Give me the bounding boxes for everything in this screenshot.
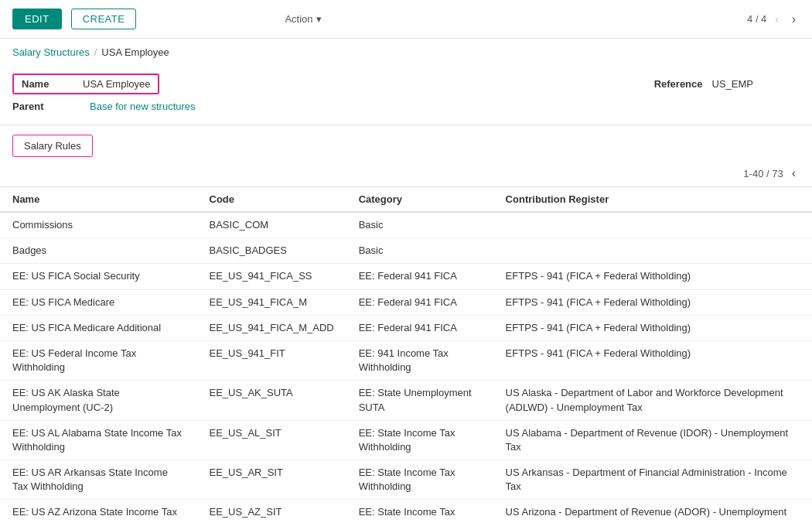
- breadcrumb-parent-link[interactable]: Salary Structures: [12, 46, 90, 58]
- next-record-button[interactable]: ›: [788, 11, 800, 28]
- action-dropdown[interactable]: Action ▾: [285, 13, 321, 25]
- breadcrumb: Salary Structures / USA Employee: [0, 39, 812, 61]
- cell-name: EE: US FICA Medicare: [0, 289, 197, 315]
- table-row[interactable]: EE: US FICA MedicareEE_US_941_FICA_MEE: …: [0, 289, 812, 315]
- cell-contribution_register: [493, 212, 812, 238]
- tabs-section: Salary Rules: [0, 125, 812, 157]
- parent-label: Parent: [12, 101, 90, 112]
- cell-code: EE_US_941_FIT: [197, 340, 346, 380]
- cell-code: EE_US_AZ_SIT: [197, 500, 346, 523]
- cell-name: EE: US FICA Social Security: [0, 264, 197, 289]
- cell-category: EE: State Unemployment SUTA: [346, 381, 493, 420]
- table-row[interactable]: EE: US Federal Income Tax WithholdingEE_…: [0, 340, 812, 380]
- edit-button[interactable]: EDIT: [12, 9, 62, 29]
- salary-rules-table: Name Code Category Contribution Register…: [0, 187, 812, 523]
- cell-name: EE: US Federal Income Tax Withholding: [0, 340, 197, 380]
- cell-code: EE_US_941_FICA_SS: [197, 264, 346, 289]
- cell-category: EE: State Income Tax Withholding: [346, 500, 493, 523]
- table-row[interactable]: BadgesBASIC_BADGESBasic: [0, 238, 812, 264]
- parent-value[interactable]: Base for new structures: [90, 101, 196, 112]
- cell-contribution_register: US Arkansas - Department of Financial Ad…: [493, 460, 812, 500]
- table-pagination-header: 1-40 / 73 ‹: [0, 157, 812, 187]
- cell-category: EE: State Income Tax Withholding: [346, 420, 493, 460]
- cell-category: Basic: [346, 212, 493, 238]
- cell-contribution_register: EFTPS - 941 (FICA + Federal Witholding): [493, 264, 812, 289]
- cell-contribution_register: US Alabama - Department of Revenue (IDOR…: [493, 420, 812, 460]
- cell-contribution_register: US Arizona - Department of Revenue (ADOR…: [493, 500, 812, 523]
- prev-record-button[interactable]: ‹: [771, 11, 783, 28]
- name-row: Name USA Employee Reference US_EMP: [12, 73, 800, 94]
- cell-name: EE: US AZ Arizona State Income Tax Withh…: [0, 500, 197, 523]
- cell-name: EE: US AR Arkansas State Income Tax With…: [0, 460, 197, 500]
- parent-row: Parent Base for new structures: [12, 101, 800, 112]
- reference-label: Reference: [654, 78, 703, 90]
- cell-contribution_register: [493, 238, 812, 264]
- reference-group: Reference US_EMP: [654, 78, 800, 90]
- table-row[interactable]: EE: US AL Alabama State Income Tax Withh…: [0, 420, 812, 460]
- table-pagination: 1-40 / 73 ‹: [743, 165, 800, 182]
- cell-category: EE: 941 Income Tax Withholding: [346, 340, 493, 380]
- cell-name: EE: US FICA Medicare Additional: [0, 315, 197, 340]
- cell-code: EE_US_AK_SUTA: [197, 381, 346, 420]
- reference-value: US_EMP: [712, 78, 753, 90]
- col-name-header: Name: [0, 187, 197, 212]
- action-label: Action: [285, 13, 312, 25]
- cell-category: EE: Federal 941 FICA: [346, 289, 493, 315]
- table-header: Name Code Category Contribution Register: [0, 187, 812, 212]
- cell-code: BASIC_BADGES: [197, 238, 346, 264]
- table-row[interactable]: CommissionsBASIC_COMBasic: [0, 212, 812, 238]
- cell-code: EE_US_AR_SIT: [197, 460, 346, 500]
- cell-code: EE_US_941_FICA_M_ADD: [197, 315, 346, 340]
- cell-category: EE: Federal 941 FICA: [346, 264, 493, 289]
- cell-contribution_register: EFTPS - 941 (FICA + Federal Witholding): [493, 289, 812, 315]
- cell-name: Commissions: [0, 212, 197, 238]
- top-toolbar: EDIT CREATE Action ▾ 4 / 4 ‹ ›: [0, 0, 812, 39]
- table-pagination-text: 1-40 / 73: [743, 168, 783, 179]
- cell-name: EE: US AL Alabama State Income Tax Withh…: [0, 420, 197, 460]
- cell-code: EE_US_941_FICA_M: [197, 289, 346, 315]
- action-chevron-icon: ▾: [316, 13, 322, 25]
- breadcrumb-separator: /: [94, 46, 97, 58]
- col-category-header: Category: [346, 187, 493, 212]
- table-row[interactable]: EE: US FICA Medicare AdditionalEE_US_941…: [0, 315, 812, 340]
- table-row[interactable]: EE: US AK Alaska State Unemployment (UC-…: [0, 381, 812, 420]
- record-pagination: 4 / 4 ‹ ›: [747, 11, 800, 28]
- table-row[interactable]: EE: US AZ Arizona State Income Tax Withh…: [0, 500, 812, 523]
- breadcrumb-current: USA Employee: [101, 46, 169, 58]
- name-value: USA Employee: [83, 78, 150, 90]
- cell-contribution_register: US Alaska - Department of Labor and Work…: [493, 381, 812, 420]
- table-prev-button[interactable]: ‹: [788, 165, 800, 182]
- table-body: CommissionsBASIC_COMBasicBadgesBASIC_BAD…: [0, 212, 812, 523]
- col-code-header: Code: [197, 187, 346, 212]
- cell-category: Basic: [346, 238, 493, 264]
- form-section: Name USA Employee Reference US_EMP Paren…: [0, 61, 812, 125]
- table-row[interactable]: EE: US FICA Social SecurityEE_US_941_FIC…: [0, 264, 812, 289]
- cell-contribution_register: EFTPS - 941 (FICA + Federal Witholding): [493, 315, 812, 340]
- tab-salary-rules[interactable]: Salary Rules: [12, 135, 93, 157]
- cell-contribution_register: EFTPS - 941 (FICA + Federal Witholding): [493, 340, 812, 380]
- name-field-wrapper: Name USA Employee: [12, 73, 159, 94]
- cell-category: EE: Federal 941 FICA: [346, 315, 493, 340]
- name-label: Name: [22, 78, 49, 90]
- cell-name: Badges: [0, 238, 197, 264]
- cell-code: BASIC_COM: [197, 212, 346, 238]
- col-contribution-header: Contribution Register: [493, 187, 812, 212]
- pagination-text: 4 / 4: [747, 13, 766, 25]
- table-row[interactable]: EE: US AR Arkansas State Income Tax With…: [0, 460, 812, 500]
- create-button[interactable]: CREATE: [71, 9, 137, 29]
- cell-code: EE_US_AL_SIT: [197, 420, 346, 460]
- cell-name: EE: US AK Alaska State Unemployment (UC-…: [0, 381, 197, 420]
- cell-category: EE: State Income Tax Withholding: [346, 460, 493, 500]
